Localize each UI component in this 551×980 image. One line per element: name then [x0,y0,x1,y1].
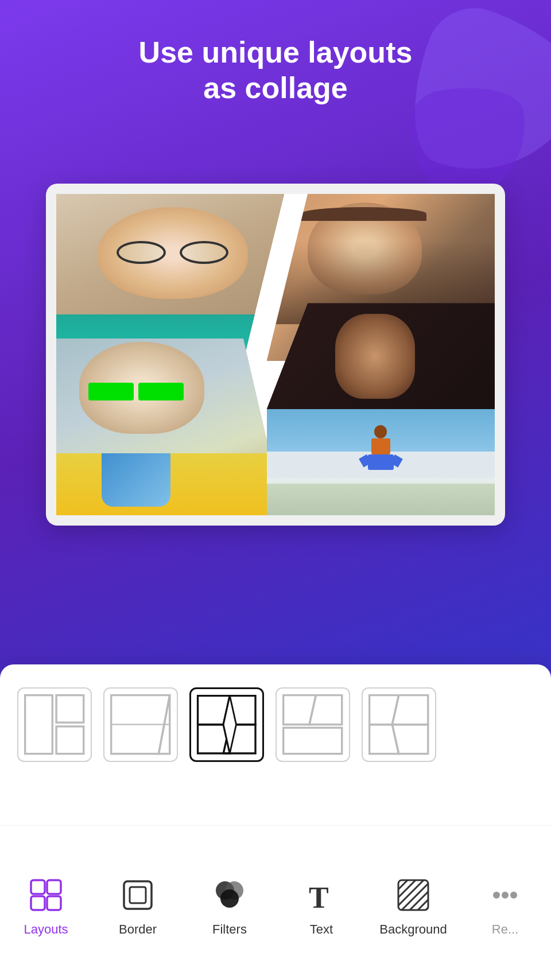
layout-option-5[interactable] [362,687,436,762]
layout-option-1[interactable] [17,687,92,762]
collage-grid[interactable] [56,194,495,515]
nav-label-text: Text [310,922,333,937]
svg-point-26 [220,889,239,908]
svg-point-46 [510,892,517,899]
svg-text:T: T [309,881,329,912]
photo-1[interactable] [56,194,284,361]
border-icon [118,875,158,915]
collage-card [46,184,505,526]
svg-marker-15 [393,695,428,725]
layouts-icon [26,875,66,915]
nav-item-text[interactable]: T Text [276,858,367,937]
nav-item-filters[interactable]: Filters [184,858,276,937]
svg-rect-20 [31,896,45,910]
svg-rect-22 [124,881,152,909]
layout-icon-4 [280,692,345,757]
nav-item-layouts[interactable]: Layouts [0,858,92,937]
svg-line-40 [402,884,428,910]
layout-icon-3 [195,693,259,757]
page-title: Use unique layouts as collage [0,34,551,106]
svg-line-41 [410,892,428,910]
svg-point-44 [493,892,500,899]
layout-panel [0,664,551,825]
svg-point-45 [502,892,509,899]
svg-rect-21 [47,896,61,910]
nav-item-border[interactable]: Border [92,858,184,937]
nav-label-more: Re... [492,922,518,937]
svg-marker-16 [370,725,399,754]
svg-rect-19 [47,880,61,894]
svg-marker-17 [393,725,428,754]
background-icon [393,875,433,915]
svg-rect-2 [56,726,84,754]
nav-item-more[interactable]: Re... [459,858,551,937]
photo-3[interactable] [56,339,284,515]
svg-rect-18 [31,880,45,894]
nav-label-layouts: Layouts [24,922,68,937]
svg-rect-23 [130,887,146,903]
svg-marker-12 [309,695,342,725]
more-icon [485,875,525,915]
svg-marker-14 [370,695,399,725]
text-icon: T [301,875,342,915]
nav-label-background: Background [379,922,447,937]
layout-options-list [17,687,534,762]
svg-rect-1 [56,695,84,723]
layout-icon-1 [22,692,87,757]
layout-icon-2 [108,692,173,757]
nav-label-filters: Filters [212,922,247,937]
bottom-nav: Layouts Border Filters T [0,825,551,980]
layout-option-3[interactable] [189,687,264,762]
nav-item-background[interactable]: Background [367,858,459,937]
layout-icon-5 [366,692,431,757]
svg-line-38 [398,880,416,897]
svg-rect-13 [284,728,342,754]
filters-icon [209,875,250,915]
svg-rect-0 [25,695,53,754]
layout-option-2[interactable] [103,687,178,762]
nav-label-border: Border [119,922,157,937]
layout-option-4[interactable] [276,687,350,762]
photo-4[interactable] [267,409,495,515]
